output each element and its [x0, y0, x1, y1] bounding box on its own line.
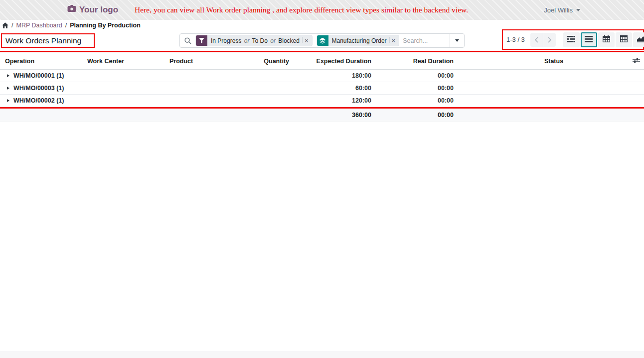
- app-window: Your logo Here, you can view all Work or…: [0, 0, 644, 358]
- table-total-row: 360:00 00:00: [0, 109, 644, 121]
- logo[interactable]: Your logo: [67, 5, 118, 15]
- search-options-button[interactable]: [450, 34, 464, 47]
- group-row-wh-mo-00003[interactable]: WH/MO/00003 (1) 60:00 00:00: [0, 82, 644, 95]
- cell-real-duration: 00:00: [371, 97, 454, 104]
- search-bar[interactable]: In Progress or To Do or Blocked ×: [179, 33, 465, 48]
- column-header-status[interactable]: Status: [454, 58, 624, 65]
- column-header-real-duration[interactable]: Real Duration: [371, 58, 454, 65]
- view-button-list[interactable]: [581, 32, 597, 47]
- user-name: Joel Willis: [544, 6, 573, 14]
- column-options-cell: [624, 57, 644, 65]
- search-icon: [184, 37, 191, 44]
- work-orders-table: Operation Work Center Product Quantity E…: [0, 53, 644, 121]
- caret-down-icon: [576, 9, 580, 11]
- group-row-wh-mo-00001[interactable]: WH/MO/00001 (1) 180:00 00:00: [0, 70, 644, 82]
- group-label-cell: WH/MO/00001 (1): [0, 72, 247, 79]
- annotation-underline: [0, 51, 644, 52]
- groupby-facet[interactable]: Manufacturing Order ×: [317, 35, 400, 46]
- view-button-graph[interactable]: [633, 32, 644, 47]
- optional-columns-button[interactable]: [633, 57, 640, 65]
- search-input[interactable]: [399, 37, 450, 44]
- breadcrumb-separator: /: [11, 22, 13, 29]
- column-header-operation[interactable]: Operation: [0, 58, 82, 65]
- logo-text: Your logo: [79, 5, 118, 15]
- group-label: WH/MO/00002 (1): [13, 97, 64, 104]
- cell-expected-duration: 120:00: [289, 97, 371, 104]
- page-title-annotation-box: Work Orders Planning: [1, 33, 95, 48]
- column-header-quantity[interactable]: Quantity: [247, 58, 289, 65]
- pager-annotation-box: 1-3 / 3: [502, 29, 644, 50]
- view-button-calendar[interactable]: [598, 32, 615, 47]
- column-header-work-center[interactable]: Work Center: [82, 58, 164, 65]
- remove-groupby-facet-button[interactable]: ×: [390, 37, 399, 44]
- list-view-icon: [585, 36, 593, 44]
- group-label: WH/MO/00003 (1): [13, 85, 64, 92]
- table-header-row: Operation Work Center Product Quantity E…: [0, 53, 644, 70]
- breadcrumb-separator: /: [65, 22, 67, 29]
- pager-nav: [530, 33, 556, 47]
- facet-value: Manufacturing Order: [332, 37, 387, 44]
- facet-or: or: [269, 37, 277, 44]
- layers-icon: [317, 35, 328, 46]
- cell-expected-duration: 180:00: [289, 72, 371, 79]
- footer-strip: [0, 351, 644, 358]
- sliders-icon: [633, 57, 640, 65]
- pivot-view-icon: [620, 35, 628, 44]
- remove-filter-facet-button[interactable]: ×: [303, 37, 312, 44]
- pager-previous-button[interactable]: [530, 33, 543, 47]
- group-label-cell: WH/MO/00003 (1): [0, 85, 247, 92]
- gantt-view-icon: [567, 36, 575, 44]
- control-bar: Work Orders Planning In Progress or: [0, 30, 644, 51]
- filter-facet-label: In Progress or To Do or Blocked: [207, 37, 302, 44]
- cell-real-duration: 00:00: [371, 85, 454, 92]
- total-real-duration: 00:00: [371, 112, 454, 119]
- group-row-wh-mo-00002[interactable]: WH/MO/00002 (1) 120:00 00:00: [0, 95, 644, 107]
- home-icon[interactable]: [2, 22, 8, 28]
- cell-real-duration: 00:00: [371, 72, 454, 79]
- cell-expected-duration: 60:00: [289, 85, 371, 92]
- expand-caret-icon[interactable]: [7, 87, 9, 90]
- filter-facet[interactable]: In Progress or To Do or Blocked ×: [195, 35, 313, 46]
- user-menu[interactable]: Joel Willis: [544, 6, 580, 14]
- expand-caret-icon[interactable]: [7, 99, 9, 102]
- filter-icon: [196, 35, 207, 46]
- caret-down-icon: [455, 39, 459, 42]
- view-button-gantt[interactable]: [563, 32, 580, 47]
- annotation-text: Here, you can view all Work order planni…: [135, 5, 468, 14]
- expand-caret-icon[interactable]: [7, 74, 9, 77]
- facet-value: In Progress: [211, 37, 241, 44]
- camera-icon: [67, 5, 76, 15]
- group-label-cell: WH/MO/00002 (1): [0, 97, 247, 104]
- view-switcher: [563, 32, 644, 47]
- column-header-expected-duration[interactable]: Expected Duration: [289, 58, 371, 65]
- graph-view-icon: [637, 36, 644, 44]
- calendar-view-icon: [603, 35, 610, 44]
- facet-or: or: [243, 37, 251, 44]
- top-header: Your logo Here, you can view all Work or…: [0, 0, 644, 20]
- breadcrumb-current: Planning By Production: [70, 22, 141, 29]
- page-title: Work Orders Planning: [5, 36, 81, 45]
- breadcrumb-link-mrp-dashboard[interactable]: MRP Dashboard: [16, 22, 62, 29]
- column-header-product[interactable]: Product: [164, 58, 247, 65]
- breadcrumb: / MRP Dashboard / Planning By Production: [0, 20, 644, 30]
- total-expected-duration: 360:00: [289, 112, 371, 119]
- groupby-facet-label: Manufacturing Order: [328, 37, 389, 44]
- pager-next-button[interactable]: [543, 33, 556, 47]
- facet-value: Blocked: [278, 37, 300, 44]
- facet-value: To Do: [252, 37, 268, 44]
- group-label: WH/MO/00001 (1): [13, 72, 64, 79]
- pager-counter: 1-3 / 3: [506, 36, 525, 43]
- view-button-pivot[interactable]: [616, 32, 632, 47]
